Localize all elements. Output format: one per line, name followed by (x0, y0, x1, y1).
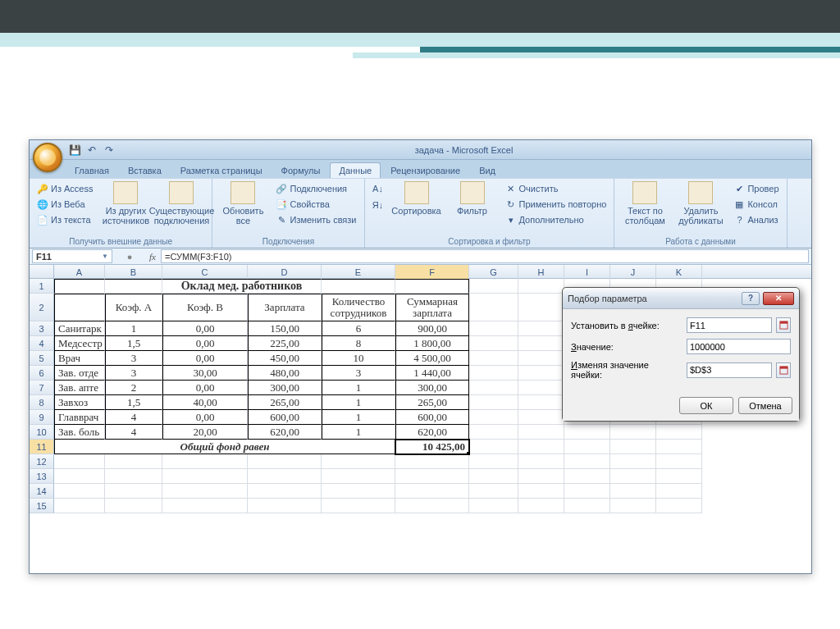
redo-icon[interactable]: ↷ (102, 143, 116, 157)
refresh-all-button[interactable]: Обновить все (217, 181, 268, 226)
ok-button[interactable]: ОК (679, 397, 733, 414)
cell[interactable]: 1 440,00 (395, 366, 469, 381)
cell[interactable]: 4 (105, 410, 162, 425)
cell[interactable]: 4 (105, 425, 162, 440)
row-header[interactable]: 12 (30, 454, 54, 469)
cell[interactable] (469, 440, 518, 454)
sort-desc-button[interactable]: Я↓ (370, 198, 386, 212)
row-header[interactable]: 7 (30, 381, 54, 395)
row-header[interactable]: 5 (30, 351, 54, 366)
cell[interactable]: 4 500,00 (395, 351, 469, 366)
cell[interactable] (610, 425, 656, 440)
formula-input[interactable]: =СУММ(F3:F10) (161, 249, 809, 263)
advanced-button[interactable]: ▾Дополнительно (503, 212, 609, 227)
cell[interactable] (469, 484, 518, 499)
cell[interactable] (162, 499, 248, 513)
col-header[interactable]: E (322, 265, 395, 279)
text-to-cols-button[interactable]: Текст по столбцам (619, 181, 670, 226)
cell[interactable] (518, 279, 564, 294)
col-header[interactable]: C (162, 265, 248, 279)
cell[interactable] (564, 469, 610, 484)
row-header[interactable]: 9 (30, 410, 54, 425)
cell[interactable] (469, 336, 518, 351)
col-header[interactable]: B (105, 265, 162, 279)
row-header[interactable]: 8 (30, 395, 54, 410)
cell[interactable] (105, 454, 162, 469)
cell[interactable] (322, 454, 395, 469)
col-header[interactable]: K (656, 265, 702, 279)
cell[interactable] (54, 469, 105, 484)
cell[interactable]: 300,00 (248, 381, 322, 395)
cell[interactable]: 30,00 (162, 366, 248, 381)
row-header[interactable]: 15 (30, 499, 54, 513)
tab-view[interactable]: Вид (470, 162, 504, 178)
cell[interactable]: Врач (54, 351, 105, 366)
col-header[interactable]: D (248, 265, 322, 279)
cell[interactable]: Зарплата (248, 294, 322, 321)
cell[interactable] (469, 410, 518, 425)
connections-button[interactable]: 🔗Подключения (273, 181, 358, 196)
row-header[interactable]: 13 (30, 469, 54, 484)
row-header[interactable]: 2 (30, 294, 54, 321)
clear-filter-button[interactable]: ✕Очистить (503, 181, 609, 196)
tab-data[interactable]: Данные (330, 162, 381, 178)
cell[interactable] (469, 351, 518, 366)
cell[interactable] (395, 454, 469, 469)
properties-button[interactable]: 📑Свойства (273, 197, 358, 212)
cell[interactable]: 265,00 (248, 395, 322, 410)
cell[interactable] (105, 484, 162, 499)
cell[interactable]: Суммарная зарплата (395, 294, 469, 321)
cell[interactable]: 0,00 (162, 410, 248, 425)
cell[interactable]: Количество сотрудников (322, 294, 395, 321)
col-header[interactable]: H (518, 265, 564, 279)
row-header[interactable]: 6 (30, 366, 54, 381)
cell[interactable]: Санитарк (54, 321, 105, 336)
cell[interactable]: 1 (322, 410, 395, 425)
cell[interactable] (469, 294, 518, 321)
col-header[interactable]: J (610, 265, 656, 279)
set-cell-input[interactable]: F11 (687, 317, 772, 333)
cell[interactable] (656, 499, 702, 513)
sort-asc-button[interactable]: A↓ (370, 181, 386, 196)
cell[interactable] (54, 294, 105, 321)
cell[interactable]: Медсестр (54, 336, 105, 351)
cell[interactable] (518, 395, 564, 410)
cell[interactable] (54, 454, 105, 469)
row-header[interactable]: 11 (30, 440, 54, 454)
cell[interactable]: 3 (105, 366, 162, 381)
cell[interactable] (105, 499, 162, 513)
help-button[interactable]: ? (742, 292, 760, 305)
changing-cell-input[interactable]: $D$3 (687, 362, 772, 378)
cell[interactable] (322, 279, 395, 294)
range-picker-icon[interactable] (776, 317, 791, 333)
save-icon[interactable]: 💾 (67, 143, 82, 157)
cell[interactable] (656, 454, 702, 469)
cell[interactable] (54, 499, 105, 513)
office-button[interactable] (33, 143, 62, 172)
from-web-button[interactable]: 🌐Из Веба (34, 197, 95, 212)
cell[interactable]: 40,00 (162, 395, 248, 410)
cell[interactable]: Главврач (54, 410, 105, 425)
cell[interactable] (248, 469, 322, 484)
cell[interactable] (469, 395, 518, 410)
cell[interactable] (395, 484, 469, 499)
from-text-button[interactable]: 📄Из текста (34, 212, 95, 227)
cell[interactable]: 1 (322, 395, 395, 410)
cell[interactable] (518, 351, 564, 366)
cell[interactable] (610, 469, 656, 484)
cell[interactable]: Зав. апте (54, 381, 105, 395)
row-header[interactable]: 14 (30, 484, 54, 499)
col-header[interactable]: F (395, 265, 469, 279)
existing-conn-button[interactable]: Существующие подключения (156, 181, 207, 226)
cell[interactable] (395, 469, 469, 484)
sort-button[interactable]: Сортировка (391, 181, 442, 216)
cell[interactable] (518, 440, 564, 454)
cell[interactable] (469, 499, 518, 513)
cell[interactable] (610, 440, 656, 454)
cell[interactable] (395, 279, 469, 294)
cell[interactable]: 620,00 (248, 425, 322, 440)
cell[interactable]: Зав. отде (54, 366, 105, 381)
cell[interactable]: 0,00 (162, 336, 248, 351)
cell[interactable] (105, 279, 162, 294)
cell[interactable]: Общий фонд равен (54, 440, 395, 454)
